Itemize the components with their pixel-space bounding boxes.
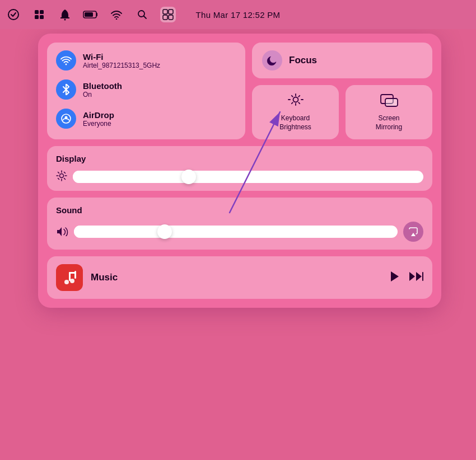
battery-icon[interactable] [83,7,99,22]
svg-rect-3 [35,15,39,19]
menubar-datetime: Thu Mar 17 12:52 PM [196,10,281,20]
menubar: Thu Mar 17 12:52 PM [0,0,476,29]
svg-rect-12 [169,10,173,14]
search-icon[interactable] [134,7,150,22]
music-title: Music [91,272,382,283]
svg-point-8 [116,18,118,20]
play-button[interactable] [390,271,400,285]
grid-icon[interactable] [31,7,47,22]
music-controls [390,271,423,285]
svg-point-15 [66,64,67,65]
svg-marker-46 [416,272,422,281]
sound-slider[interactable] [74,226,398,238]
bluetooth-title: Bluetooth [83,81,122,91]
svg-rect-28 [385,98,398,106]
svg-line-24 [298,96,300,97]
svg-line-10 [144,16,147,19]
airdrop-icon-circle [56,109,76,129]
svg-point-39 [64,280,69,284]
airplay-button[interactable] [403,222,423,242]
svg-point-0 [8,10,18,20]
bluetooth-item[interactable]: Bluetooth On [56,79,236,100]
svg-point-5 [64,19,66,21]
top-row: Wi-Fi Airtel_9871215313_5GHz Bluetooth O… [47,43,432,139]
svg-line-34 [58,172,59,173]
svg-rect-4 [40,15,44,19]
svg-line-36 [64,172,66,173]
display-label: Display [56,154,423,163]
arcade-icon[interactable] [6,7,21,22]
svg-marker-38 [411,233,416,236]
svg-rect-14 [169,15,173,20]
display-slider[interactable] [73,171,423,183]
keyboard-brightness-block[interactable]: KeyboardBrightness [252,85,339,139]
wifi-subtitle: Airtel_9871215313_5GHz [83,62,160,69]
display-slider-row [56,170,423,183]
fast-forward-button[interactable] [409,271,423,285]
control-center-panel: Wi-Fi Airtel_9871215313_5GHz Bluetooth O… [38,34,441,308]
volume-icon [56,226,68,238]
wifi-title: Wi-Fi [83,52,160,62]
wifi-text: Wi-Fi Airtel_9871215313_5GHz [83,52,160,69]
svg-marker-44 [391,271,399,281]
wifi-menubar-icon[interactable] [109,7,124,22]
svg-rect-47 [422,272,423,281]
svg-line-23 [298,102,300,104]
airdrop-text: AirDrop Everyone [83,110,114,128]
small-buttons-row: KeyboardBrightness ScreenMirroring [252,85,432,139]
svg-line-37 [58,179,59,180]
svg-rect-1 [35,10,39,14]
svg-line-22 [291,96,292,97]
svg-rect-11 [163,10,167,14]
svg-rect-7 [85,12,93,17]
svg-marker-45 [409,272,415,281]
right-top-col: Focus [252,43,432,139]
sound-section: Sound [47,198,432,250]
bluetooth-text: Bluetooth On [83,81,122,98]
focus-block[interactable]: Focus [252,43,432,78]
screen-mirroring-icon [380,93,398,111]
svg-rect-2 [40,10,44,14]
wifi-item[interactable]: Wi-Fi Airtel_9871215313_5GHz [56,50,236,71]
bluetooth-subtitle: On [83,91,122,98]
sound-slider-row [56,222,423,242]
notification-icon[interactable] [57,7,73,22]
keyboard-brightness-label: KeyboardBrightness [279,114,311,132]
svg-point-26 [293,97,298,102]
display-section: Display [47,146,432,191]
svg-point-29 [60,174,64,178]
airdrop-subtitle: Everyone [83,120,114,128]
music-block: Music [47,256,432,299]
control-center-icon[interactable] [160,7,176,22]
network-block: Wi-Fi Airtel_9871215313_5GHz Bluetooth O… [47,43,245,139]
wifi-icon-circle [56,50,76,71]
screen-mirroring-label: ScreenMirroring [376,114,402,132]
svg-line-35 [64,179,66,180]
sound-label: Sound [56,205,423,215]
focus-label: Focus [289,55,317,66]
airdrop-title: AirDrop [83,110,114,120]
airdrop-item[interactable]: AirDrop Everyone [56,109,236,129]
svg-line-25 [291,102,292,104]
menubar-left-icons [6,7,176,22]
svg-rect-13 [163,15,167,20]
bluetooth-icon-circle [56,79,76,100]
music-app-icon [56,264,83,291]
brightness-icon [56,170,67,183]
svg-point-17 [65,116,68,119]
svg-point-40 [70,279,74,283]
keyboard-brightness-icon [287,93,304,111]
focus-moon-icon [262,50,282,71]
screen-mirroring-block[interactable]: ScreenMirroring [346,85,432,139]
svg-rect-43 [69,272,76,274]
